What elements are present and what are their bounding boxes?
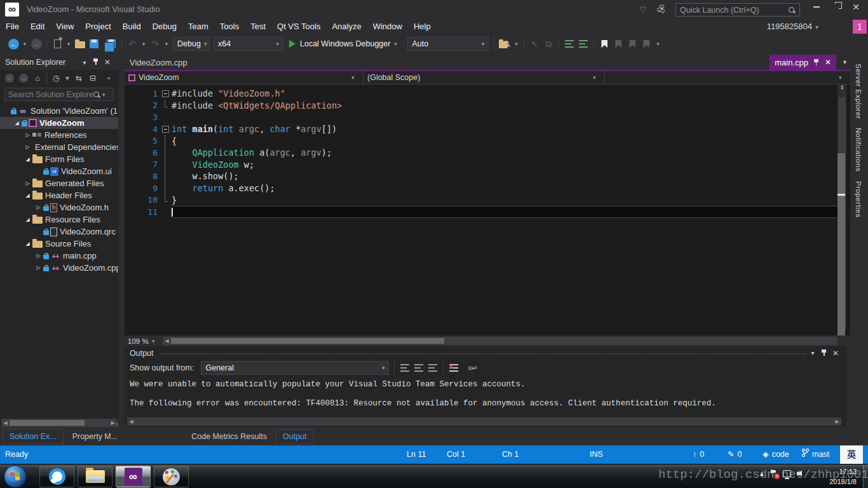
tree-item-form-files[interactable]: ◢Form Files	[0, 153, 118, 165]
navigate-forward-icon[interactable]: →	[30, 37, 43, 51]
home-icon[interactable]: ⌂	[31, 71, 44, 85]
tab-code-metrics[interactable]: Code Metrics Results	[185, 430, 273, 444]
next-bookmark-icon[interactable]	[626, 37, 639, 51]
solution-explorer-hscrollbar[interactable]: ◀ ▶	[1, 419, 117, 427]
clear-bookmarks-icon[interactable]	[640, 37, 653, 51]
code-line-8[interactable]: 8 w.show();	[125, 170, 837, 182]
split-window-handle[interactable]: ⇕	[838, 86, 846, 95]
search-options-dropdown[interactable]: ▾	[102, 92, 110, 98]
menu-tools[interactable]: Tools	[214, 19, 245, 34]
output-header[interactable]: Output ▾ ✕	[125, 346, 846, 360]
solution-search-input[interactable]: Search Solution Explorer ▾	[4, 88, 114, 101]
open-expander-icon[interactable]: ◢	[23, 241, 32, 247]
scrollbar-thumb[interactable]	[837, 153, 845, 344]
clear-all-icon[interactable]	[447, 361, 460, 375]
next-message-icon[interactable]	[426, 361, 439, 375]
volume-icon[interactable]	[797, 470, 804, 477]
new-project-dropdown[interactable]: ▾	[65, 37, 72, 51]
code-line-7[interactable]: 7 VideoZoom w;	[125, 159, 837, 171]
account-id[interactable]: 1195825804▾	[767, 19, 818, 34]
filter-dropdown[interactable]: ▾	[64, 71, 71, 85]
menu-project[interactable]: Project	[79, 19, 116, 34]
taskbar-clock[interactable]: 17:13 2018/1/8	[829, 466, 857, 487]
save-all-icon[interactable]	[105, 37, 118, 51]
menu-team[interactable]: Team	[182, 19, 214, 34]
send-feedback-icon[interactable]: 🗫	[654, 4, 667, 15]
menu-edit[interactable]: Edit	[25, 19, 50, 34]
closed-expander-icon[interactable]: ▷	[23, 132, 32, 138]
line-unindent-icon[interactable]	[577, 37, 590, 51]
closed-expander-icon[interactable]: ▷	[34, 253, 43, 259]
network-icon[interactable]	[783, 470, 791, 477]
closed-expander-icon[interactable]: ▷	[23, 180, 32, 186]
select-cursor-icon[interactable]: ⇖	[528, 37, 541, 51]
tree-item-videozoom-qrc[interactable]: VideoZoom.qrc	[0, 226, 118, 238]
start-button[interactable]	[4, 465, 27, 488]
member-dropdown[interactable]: ▾	[605, 71, 850, 84]
open-expander-icon[interactable]: ◢	[12, 120, 22, 126]
restore-button[interactable]	[826, 0, 845, 14]
code-line-4[interactable]: 4int main(int argc, char *argv[])	[125, 123, 837, 135]
menu-file[interactable]: File	[0, 19, 25, 34]
project-dropdown[interactable]: VideoZoom▾	[125, 71, 363, 84]
tree-item-videozoom[interactable]: ◢VideoZoom	[0, 117, 118, 129]
tab-videozoom-cpp[interactable]: VideoZoom.cpp	[126, 57, 191, 69]
closed-expander-icon[interactable]: ▷	[34, 205, 43, 210]
tab-property-manager[interactable]: Property M...	[66, 430, 125, 444]
tree-item-source-files[interactable]: ◢Source Files	[0, 238, 118, 250]
side-tab-properties[interactable]: Properties	[855, 181, 862, 217]
find-in-files-icon[interactable]	[498, 37, 511, 51]
taskbar-paint[interactable]	[154, 466, 189, 487]
configuration-select[interactable]: Debug▾	[173, 37, 210, 51]
output-hscrollbar[interactable]: ◀ ▶	[127, 417, 841, 426]
solution-explorer-header[interactable]: Solution Explorer ▾ ✕	[0, 55, 118, 70]
line-indent-icon[interactable]	[563, 37, 576, 51]
code-line-1[interactable]: 1#include "VideoZoom.h"	[125, 88, 837, 100]
tree-item-solution-videozoom-1-project-[interactable]: ∞Solution 'VideoZoom' (1 project)	[0, 105, 118, 117]
pending-changes-indicator[interactable]: ↑0	[693, 445, 704, 464]
tree-item-header-files[interactable]: ◢Header Files	[0, 189, 118, 201]
output-log[interactable]: We were unable to automatically populate…	[125, 376, 846, 412]
show-desktop-button[interactable]	[863, 464, 868, 488]
code-line-5[interactable]: 5{	[125, 135, 837, 147]
closed-expander-icon[interactable]: ▷	[34, 265, 43, 271]
scope-dropdown[interactable]: (Global Scope)▾	[363, 71, 605, 84]
tree-item-references[interactable]: ▷References	[0, 129, 118, 141]
close-icon[interactable]: ✕	[102, 58, 113, 67]
open-expander-icon[interactable]: ◢	[23, 193, 32, 198]
menu-help[interactable]: Help	[408, 19, 437, 34]
tree-item-main-cpp[interactable]: ▷++main.cpp	[0, 250, 118, 262]
editor-hscrollbar[interactable]: ◀	[163, 337, 837, 345]
new-project-icon[interactable]	[51, 37, 64, 51]
side-tab-server-explorer[interactable]: Server Explorer	[855, 64, 862, 119]
redo-dropdown[interactable]: ▾	[163, 37, 170, 51]
undo-icon[interactable]: ↶	[126, 37, 139, 51]
goto-message-icon[interactable]	[398, 361, 411, 375]
collapse-all-icon[interactable]: ⊟	[86, 71, 99, 85]
feedback-filter-icon[interactable]: ▽	[637, 4, 649, 15]
scroll-left-icon[interactable]: ◀	[1, 420, 10, 426]
tab-output[interactable]: Output	[276, 429, 314, 444]
code-line-6[interactable]: 6 QApplication a(argc, argv);	[125, 147, 837, 159]
scroll-left-icon[interactable]: ◀	[127, 419, 135, 424]
code-line-11[interactable]: 11	[125, 206, 837, 218]
toolbar-overflow-icon[interactable]: »	[102, 71, 115, 85]
pending-changes-filter-icon[interactable]: ◷	[50, 71, 62, 85]
pin-icon[interactable]	[90, 58, 102, 67]
scroll-right-icon[interactable]: ▶	[109, 420, 117, 426]
output-source-select[interactable]: General▾	[201, 361, 389, 375]
scrollbar-thumb[interactable]	[10, 420, 85, 426]
attach-select[interactable]: Auto▾	[407, 37, 489, 51]
tab-main-cpp-preview[interactable]: main.cpp ✕	[770, 55, 836, 70]
menu-qt-vs-tools[interactable]: Qt VS Tools	[271, 19, 326, 34]
open-expander-icon[interactable]: ◢	[23, 217, 32, 222]
menu-test[interactable]: Test	[245, 19, 271, 34]
navigate-back-icon[interactable]: ←	[7, 37, 20, 51]
start-debug-button[interactable]: Local Windows Debugger ▾	[289, 39, 402, 48]
bookmark-icon[interactable]	[598, 37, 611, 51]
repository-indicator[interactable]: ◈code	[763, 445, 789, 464]
copy-parallel-icon[interactable]: ⧉	[542, 37, 555, 51]
find-dropdown[interactable]: ▾	[512, 37, 520, 51]
tree-item-videozoom-cpp[interactable]: ▷++VideoZoom.cpp	[0, 262, 118, 274]
menu-window[interactable]: Window	[367, 19, 408, 34]
